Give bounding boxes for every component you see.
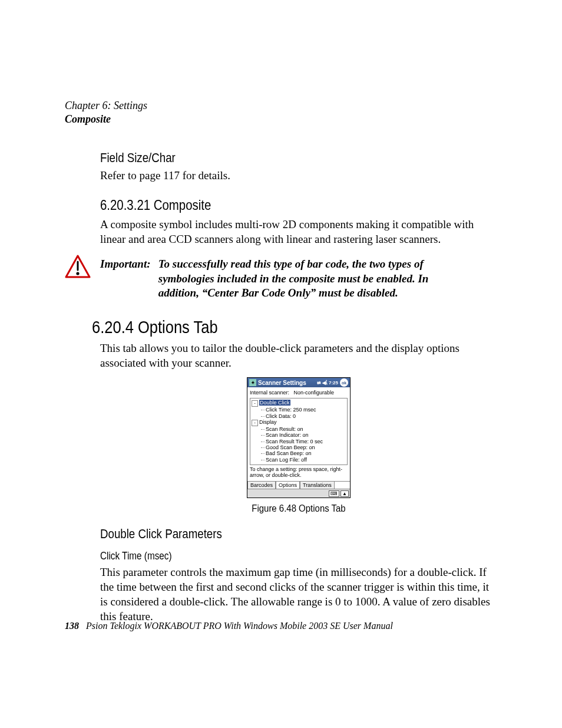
window-titlebar: ✦ Scanner Settings ⇄ ◀ἰ 7:25 ok bbox=[247, 378, 350, 387]
tree-node-display[interactable]: Display bbox=[259, 419, 277, 425]
ok-button[interactable]: ok bbox=[340, 378, 348, 387]
warning-icon bbox=[65, 255, 100, 281]
body-composite: A composite symbol includes multi-row 2D… bbox=[100, 217, 497, 246]
footer-text: Psion Teklogix WORKABOUT PRO With Window… bbox=[86, 621, 393, 631]
status-label: Internal scanner: bbox=[250, 390, 289, 396]
status-value: Non-configurable bbox=[294, 390, 335, 396]
speaker-icon: ◀ἰ bbox=[322, 380, 328, 386]
clock-time: 7:25 bbox=[329, 380, 338, 386]
window-title: Scanner Settings bbox=[258, 380, 306, 386]
tab-options[interactable]: Options bbox=[276, 482, 300, 489]
figure-caption: Figure 6.48 Options Tab bbox=[124, 503, 473, 515]
heading-click-time: Click Time (msec) bbox=[100, 550, 438, 562]
page-footer: 138 Psion Teklogix WORKABOUT PRO With Wi… bbox=[65, 621, 393, 631]
important-note: Important: To successfully read this typ… bbox=[100, 257, 497, 301]
heading-field-size-char: Field Size/Char bbox=[100, 150, 438, 166]
app-icon: ✦ bbox=[249, 379, 256, 386]
settings-hint: To change a setting: press space, right-… bbox=[250, 467, 348, 479]
tree-node-double-click[interactable]: Double Click bbox=[259, 400, 290, 406]
sip-bar: ⌨ ▲ bbox=[247, 489, 350, 498]
connectivity-icon: ⇄ bbox=[317, 380, 321, 386]
page-number: 138 bbox=[65, 621, 79, 631]
expander-icon[interactable]: - bbox=[252, 420, 258, 426]
important-body: To successfully read this type of bar co… bbox=[158, 257, 471, 301]
figure-options-tab: ✦ Scanner Settings ⇄ ◀ἰ 7:25 ok Internal… bbox=[100, 377, 497, 515]
status-icons: ⇄ ◀ἰ 7:25 bbox=[317, 380, 338, 386]
running-head: Chapter 6: Settings Composite bbox=[65, 99, 497, 127]
tree-leaf-scan-log-file[interactable]: Scan Log File: off bbox=[266, 457, 346, 463]
tree-leaf-bad-scan-beep[interactable]: Bad Scan Beep: on bbox=[266, 450, 346, 456]
important-label: Important: bbox=[100, 257, 156, 272]
tab-translations[interactable]: Translations bbox=[300, 482, 335, 489]
tree-leaf-scan-indicator[interactable]: Scan Indicator: on bbox=[266, 432, 346, 438]
chapter-line: Chapter 6: Settings bbox=[65, 100, 147, 111]
heading-composite: 6.20.3.21 Composite bbox=[100, 197, 438, 213]
section-line: Composite bbox=[65, 113, 111, 125]
tree-leaf-click-time[interactable]: Click Time: 250 msec bbox=[266, 407, 346, 413]
heading-double-click-parameters: Double Click Parameters bbox=[100, 526, 438, 542]
tab-strip: Barcodes Options Translations bbox=[247, 481, 350, 489]
svg-point-2 bbox=[76, 272, 79, 275]
screenshot-scanner-settings: ✦ Scanner Settings ⇄ ◀ἰ 7:25 ok Internal… bbox=[247, 377, 351, 498]
body-click-time: This parameter controls the maximum gap … bbox=[100, 565, 497, 624]
heading-options-tab: 6.20.4 Options Tab bbox=[92, 317, 437, 337]
up-arrow-icon[interactable]: ▲ bbox=[340, 490, 349, 497]
body-options-tab: This tab allows you to tailor the double… bbox=[100, 341, 497, 370]
tab-barcodes[interactable]: Barcodes bbox=[247, 482, 276, 489]
settings-tree[interactable]: -Double Click Click Time: 250 msec Click… bbox=[250, 398, 348, 465]
body-field-size-char: Refer to page 117 for details. bbox=[100, 168, 497, 183]
tree-leaf-scan-result-time[interactable]: Scan Result Time: 0 sec bbox=[266, 439, 346, 444]
expander-icon[interactable]: - bbox=[252, 400, 258, 407]
tree-leaf-scan-result[interactable]: Scan Result: on bbox=[266, 426, 346, 432]
tree-leaf-good-scan-beep[interactable]: Good Scan Beep: on bbox=[266, 444, 346, 450]
tree-leaf-click-data[interactable]: Click Data: 0 bbox=[266, 413, 346, 419]
keyboard-icon[interactable]: ⌨ bbox=[329, 490, 339, 497]
scanner-status: Internal scanner: Non-configurable bbox=[250, 390, 348, 396]
